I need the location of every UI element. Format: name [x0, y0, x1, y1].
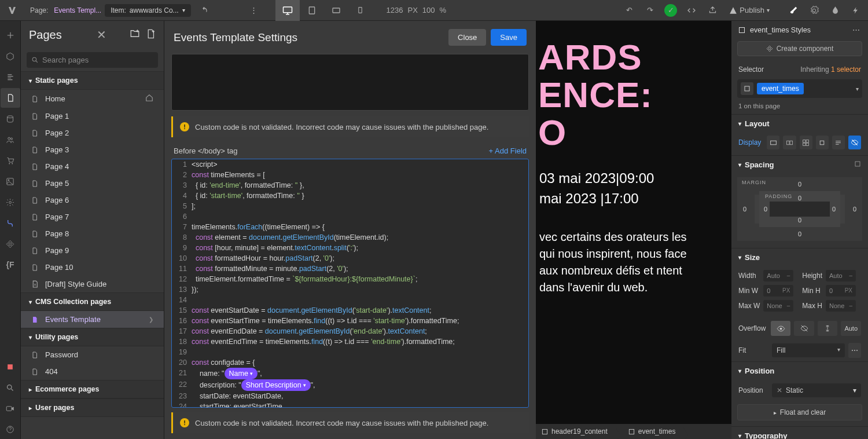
pages-search[interactable]: Search pages	[27, 52, 158, 68]
field-pill-short-description[interactable]: Short Description	[241, 379, 311, 391]
head-code-editor[interactable]	[171, 54, 529, 111]
more-icon[interactable]: ⋮	[244, 2, 264, 19]
typography-section[interactable]: ▾Typography	[731, 427, 868, 439]
droplet-icon[interactable]	[825, 2, 845, 19]
page-item[interactable]: Page 10	[21, 259, 164, 276]
variables-icon[interactable]: {F	[1, 255, 20, 275]
audit-icon[interactable]	[1, 357, 20, 376]
logic-icon[interactable]	[1, 213, 20, 233]
page-item[interactable]: Page 7	[21, 208, 164, 225]
page-item[interactable]: Page 3	[21, 141, 164, 158]
field-pill-name[interactable]: Name	[225, 368, 258, 379]
close-panel-icon[interactable]: ✕	[97, 28, 106, 42]
display-inline-button[interactable]	[832, 136, 845, 149]
page-item-home[interactable]: Home	[21, 90, 164, 108]
display-none-button[interactable]	[848, 136, 861, 149]
undo-icon[interactable]: ↶	[619, 2, 639, 19]
video-icon[interactable]	[1, 398, 20, 418]
display-grid-button[interactable]	[800, 136, 812, 149]
minw-input[interactable]: 0PX	[763, 285, 793, 297]
minh-input[interactable]: 0PX	[826, 285, 856, 297]
inheriting-label[interactable]: Inheriting 1 selector	[800, 65, 861, 74]
page-item-events-template[interactable]: Events Template❯	[21, 311, 164, 328]
display-flex-button[interactable]	[783, 136, 796, 149]
cube-icon[interactable]	[1, 46, 20, 66]
more-icon[interactable]: ⋯	[852, 25, 861, 34]
maxw-input[interactable]: None–	[763, 300, 793, 312]
export-icon[interactable]	[703, 2, 722, 19]
overflow-hidden-button[interactable]	[794, 321, 814, 336]
tablet-landscape-icon[interactable]	[324, 0, 348, 21]
body-code-editor[interactable]: 1<script>2const timeElements = [3 { id: …	[171, 159, 529, 408]
ecommerce-icon[interactable]	[1, 151, 20, 170]
user-pages-section[interactable]: ▸User pages	[21, 398, 164, 417]
publish-dropdown[interactable]: Publish ▾	[723, 6, 775, 14]
page-item[interactable]: Page 8	[21, 225, 164, 242]
page-item[interactable]: Page 1	[21, 108, 164, 125]
search-icon[interactable]	[1, 378, 20, 397]
webflow-logo-icon[interactable]	[2, 2, 22, 19]
design-canvas[interactable]: ARDS ENCE: O 03 mai 2023|09:00 mai 2023 …	[536, 21, 731, 439]
gear-icon[interactable]	[804, 2, 824, 19]
spacing-editor[interactable]: MARGIN PADDING 0 0 0 0 0 0 0 0	[737, 177, 862, 241]
users-icon[interactable]	[1, 130, 20, 149]
page-item[interactable]: Page 2	[21, 125, 164, 141]
add-icon[interactable]	[1, 25, 20, 45]
add-field-link[interactable]: + Add Field	[489, 147, 527, 155]
ecom-pages-section[interactable]: ▸Ecommerce pages	[21, 380, 164, 398]
chevron-down-icon[interactable]: ▾	[856, 86, 859, 92]
overflow-visible-button[interactable]	[771, 321, 791, 336]
selector-input[interactable]: event_times ▾	[737, 79, 862, 98]
desktop-icon[interactable]	[275, 0, 300, 21]
help-icon[interactable]	[1, 419, 20, 439]
layout-section[interactable]: ▾Layout	[731, 115, 868, 133]
fit-select[interactable]: Fill▾	[772, 343, 845, 357]
width-input[interactable]: Auto–	[763, 270, 793, 281]
tablet-icon[interactable]	[300, 0, 324, 21]
display-inline-block-button[interactable]	[816, 136, 829, 149]
page-item[interactable]: Page 5	[21, 175, 164, 192]
breadcrumb-item[interactable]: event_times	[623, 427, 684, 436]
page-item[interactable]: Page 9	[21, 242, 164, 259]
expand-icon[interactable]	[854, 160, 861, 169]
pages-icon[interactable]	[1, 88, 20, 108]
spacing-section[interactable]: ▾Spacing	[731, 156, 868, 174]
maxh-input[interactable]: None–	[826, 300, 856, 312]
assets-icon[interactable]	[1, 171, 20, 191]
canvas-width[interactable]: 1236	[384, 6, 406, 14]
create-component-button[interactable]: Create component	[737, 41, 862, 56]
page-item[interactable]: Page 6	[21, 192, 164, 208]
state-icon[interactable]	[741, 82, 753, 95]
display-block-button[interactable]	[767, 136, 779, 149]
size-section[interactable]: ▾Size	[731, 248, 868, 266]
zoom-value[interactable]: 100	[420, 6, 437, 14]
breadcrumb-item[interactable]: header19_content	[536, 427, 616, 436]
item-dropdown[interactable]: Item: awwwards Co... ▾	[105, 4, 190, 17]
cms-pages-section[interactable]: ▾CMS Collection pages	[21, 292, 164, 311]
fit-more-icon[interactable]: ⋯	[848, 343, 861, 358]
height-input[interactable]: Auto–	[826, 270, 856, 281]
settings-icon[interactable]	[1, 192, 20, 212]
mobile-icon[interactable]	[348, 0, 373, 21]
new-folder-icon[interactable]	[130, 28, 140, 42]
selector-pill[interactable]: event_times	[757, 83, 804, 94]
brush-icon[interactable]	[784, 2, 803, 19]
position-select[interactable]: ✕Static▾	[772, 383, 861, 397]
bolt-icon[interactable]	[846, 2, 866, 19]
position-section[interactable]: ▾Position	[731, 362, 868, 380]
components-icon[interactable]	[1, 234, 20, 254]
page-item[interactable]: Page 4	[21, 158, 164, 175]
page-item-draft[interactable]: [Draft] Style Guide	[21, 276, 164, 292]
close-button[interactable]: Close	[448, 29, 486, 46]
page-item-password[interactable]: Password	[21, 346, 164, 363]
overflow-auto-button[interactable]: Auto	[841, 321, 861, 336]
navigator-icon[interactable]	[1, 67, 20, 87]
save-button[interactable]: Save	[491, 29, 527, 46]
page-item-404[interactable]: 404	[21, 363, 164, 380]
refresh-icon[interactable]	[194, 2, 214, 19]
cms-icon[interactable]	[1, 109, 20, 129]
static-pages-section[interactable]: ▾Static pages	[21, 71, 164, 90]
status-ok-icon[interactable]: ✓	[661, 2, 681, 19]
float-clear-toggle[interactable]: ▸Float and clear	[737, 404, 862, 420]
page-value[interactable]: Events Templ...	[54, 6, 101, 14]
